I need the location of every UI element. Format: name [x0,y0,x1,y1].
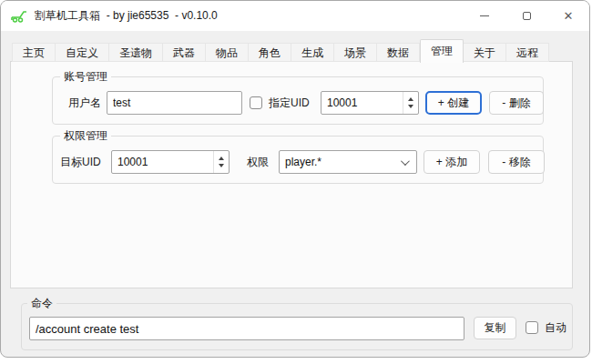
uid-value: 10001 [322,96,403,109]
management-tab-page: 账号管理 用户名 指定UID 10001 + 创建 - 删除 权限管理 目标UI… [10,61,573,288]
close-icon: ✕ [564,10,574,22]
minimize-icon [480,15,489,16]
tab-remote[interactable]: 远程 [506,43,549,62]
target-uid-numeric-stepper[interactable]: 10001 [111,150,230,174]
command-input[interactable] [29,317,464,340]
delete-account-button[interactable]: - 删除 [489,91,544,115]
auto-label: 自动 [545,316,566,339]
target-uid-label: 目标UID [60,150,101,174]
tab-about[interactable]: 关于 [464,43,506,62]
tab-home[interactable]: 主页 [12,43,56,62]
tab-data[interactable]: 数据 [377,43,420,62]
spinner-up-icon[interactable] [408,97,413,101]
command-group-title: 命令 [27,297,56,310]
spinner-up-icon[interactable] [219,157,224,160]
app-logo-mower-icon [10,9,28,24]
tab-spawn[interactable]: 生成 [291,43,334,62]
permission-selected-value: player.* [280,156,416,168]
permission-label: 权限 [247,150,269,174]
account-group-title: 账号管理 [60,70,111,84]
permission-management-group: 权限管理 目标UID 10001 权限 player.* + 添加 - 移除 [52,136,544,184]
target-uid-value: 10001 [112,156,213,168]
close-button[interactable]: ✕ [547,1,589,31]
command-group: 命令 复制 自动 [21,303,573,350]
tab-custom[interactable]: 自定义 [56,43,109,62]
title-bar[interactable]: 割草机工具箱 - by jie65535 - v0.10.0 ✕ [1,1,589,31]
copy-command-button[interactable]: 复制 [474,317,516,339]
maximize-icon [523,12,531,20]
tab-artifacts[interactable]: 圣遗物 [109,43,163,62]
uid-spinner[interactable] [403,92,418,114]
window-title: 割草机工具箱 - by jie65535 - v0.10.0 [35,8,218,24]
specify-uid-checkbox-row [250,96,262,109]
app-window: 割草机工具箱 - by jie65535 - v0.10.0 ✕ 主页 自定义 … [0,0,590,358]
tab-items[interactable]: 物品 [206,43,249,62]
spinner-down-icon[interactable] [408,105,413,108]
permission-dropdown[interactable]: player.* [279,150,417,174]
target-uid-spinner[interactable] [213,151,229,173]
tab-characters[interactable]: 角色 [249,43,291,62]
minimize-button[interactable] [464,1,505,31]
auto-checkbox[interactable] [526,321,538,334]
spinner-down-icon[interactable] [219,164,224,167]
account-management-group: 账号管理 用户名 指定UID 10001 + 创建 - 删除 [52,76,544,125]
tab-strip: 主页 自定义 圣遗物 武器 物品 角色 生成 场景 数据 管理 关于 远程 [12,41,549,62]
add-permission-button[interactable]: + 添加 [424,150,480,174]
tab-scene[interactable]: 场景 [334,43,377,62]
maximize-button[interactable] [505,1,547,31]
remove-permission-button[interactable]: - 移除 [488,150,545,174]
specify-uid-label: 指定UID [269,91,310,115]
window-controls: ✕ [464,1,589,31]
tab-management[interactable]: 管理 [420,39,464,63]
permission-group-title: 权限管理 [60,129,111,143]
create-account-button[interactable]: + 创建 [425,91,482,115]
username-input[interactable] [107,91,242,115]
tab-weapons[interactable]: 武器 [163,43,206,62]
username-label: 用户名 [68,91,101,115]
specify-uid-checkbox[interactable] [250,96,262,109]
uid-numeric-stepper[interactable]: 10001 [321,91,419,115]
